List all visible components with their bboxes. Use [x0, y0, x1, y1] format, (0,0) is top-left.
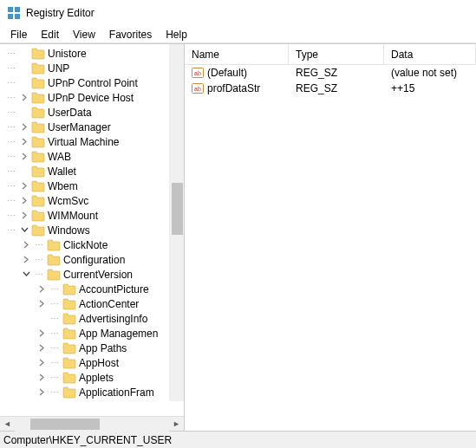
tree-node-label: UPnP Control Point — [48, 77, 138, 89]
value-data: ++15 — [384, 82, 476, 94]
tree-node[interactable]: ⋯Unistore — [0, 46, 184, 61]
tree-node[interactable]: ⋯UPnP Control Point — [0, 75, 184, 90]
chevron-right-icon[interactable] — [19, 196, 29, 206]
tree-connector: ⋯ — [5, 93, 17, 102]
tree-node-label: Applets — [79, 372, 114, 384]
tree-connector: ⋯ — [5, 181, 17, 191]
tree-node-label: UserData — [48, 107, 92, 119]
tree-node[interactable]: ⋯WAB — [0, 149, 184, 164]
menu-file[interactable]: File — [3, 27, 34, 42]
column-data[interactable]: Data — [384, 44, 476, 64]
scroll-right-arrow[interactable]: ► — [169, 417, 184, 432]
tree-node[interactable]: ⋯WIMMount — [0, 208, 184, 223]
column-name[interactable]: Name — [185, 44, 289, 64]
tree-connector: ⋯ — [5, 166, 17, 176]
list-row[interactable]: ab(Default)REG_SZ(value not set) — [185, 65, 476, 81]
tree-connector: ⋯ — [33, 240, 45, 250]
folder-icon — [31, 195, 45, 207]
tree-node[interactable]: ⋯App Paths — [0, 341, 184, 355]
svg-rect-2 — [8, 14, 13, 19]
tree-connector: ⋯ — [5, 49, 17, 58]
folder-icon — [47, 254, 61, 266]
vertical-scroll-thumb[interactable] — [172, 183, 183, 235]
tree-node[interactable]: ⋯ApplicationFram — [0, 385, 184, 399]
column-type[interactable]: Type — [289, 44, 384, 64]
tree-pane: ⋯Unistore⋯UNP⋯UPnP Control Point⋯UPnP De… — [0, 44, 185, 431]
tree-node[interactable]: ⋯UserData — [0, 105, 184, 120]
tree-connector: ⋯ — [5, 107, 17, 117]
tree-connector: ⋯ — [33, 269, 45, 279]
tree-node[interactable]: ⋯Applets — [0, 370, 184, 385]
tree-node[interactable]: ⋯UPnP Device Host — [0, 90, 184, 105]
folder-icon — [31, 166, 45, 178]
tree-node[interactable]: ⋯Windows — [0, 223, 184, 237]
menu-edit[interactable]: Edit — [34, 27, 66, 42]
tree-node[interactable]: ⋯CurrentVersion — [0, 267, 184, 282]
chevron-right-icon[interactable] — [36, 343, 47, 354]
tree-node[interactable]: ⋯WcmSvc — [0, 193, 184, 208]
tree-node[interactable]: ⋯ClickNote — [0, 237, 184, 252]
chevron-right-icon[interactable] — [36, 299, 47, 309]
list-row[interactable]: abprofDataStrREG_SZ++15 — [185, 81, 476, 96]
folder-icon — [62, 386, 76, 399]
chevron-right-icon[interactable] — [19, 122, 29, 133]
folder-icon — [62, 298, 76, 310]
chevron-right-icon[interactable] — [36, 373, 47, 383]
tree-connector: ⋯ — [49, 343, 61, 353]
chevron-right-icon[interactable] — [21, 240, 31, 250]
vertical-scrollbar[interactable] — [169, 44, 184, 401]
tree-node[interactable]: ⋯ActionCenter — [0, 296, 184, 311]
tree-node[interactable]: ⋯AppHost — [0, 355, 184, 370]
tree-connector: ⋯ — [49, 299, 61, 308]
scroll-left-arrow[interactable]: ◄ — [0, 417, 15, 432]
chevron-down-icon[interactable] — [19, 225, 29, 236]
tree-node[interactable]: ⋯AdvertisingInfo — [0, 311, 184, 326]
tree-node[interactable]: ⋯Configuration — [0, 252, 184, 267]
tree-connector: ⋯ — [33, 255, 45, 264]
tree-connector: ⋯ — [5, 196, 17, 205]
folder-icon — [62, 283, 76, 295]
chevron-right-icon[interactable] — [36, 284, 47, 295]
string-value-icon: ab — [192, 82, 204, 94]
horizontal-scroll-track[interactable] — [15, 417, 169, 432]
tree-node[interactable]: ⋯Virtual Machine — [0, 134, 184, 149]
chevron-right-icon[interactable] — [19, 93, 29, 103]
menu-favorites[interactable]: Favorites — [102, 27, 159, 42]
list-pane: Name Type Data ab(Default)REG_SZ(value n… — [185, 44, 476, 431]
folder-icon — [47, 239, 61, 251]
tree-node-label: AdvertisingInfo — [79, 313, 147, 325]
menu-view[interactable]: View — [66, 27, 102, 42]
tree-connector: ⋯ — [49, 314, 61, 323]
chevron-right-icon[interactable] — [36, 387, 47, 398]
tree-scroll[interactable]: ⋯Unistore⋯UNP⋯UPnP Control Point⋯UPnP De… — [0, 44, 184, 416]
chevron-right-icon[interactable] — [21, 255, 31, 265]
tree-node[interactable]: ⋯UNP — [0, 61, 184, 75]
menu-help[interactable]: Help — [159, 27, 194, 42]
window-title: Registry Editor — [26, 7, 95, 19]
tree-node-label: WIMMount — [48, 210, 98, 222]
svg-text:ab: ab — [194, 86, 201, 92]
tree-node[interactable]: ⋯UserManager — [0, 120, 184, 134]
chevron-right-icon[interactable] — [19, 152, 29, 162]
tree-node-label: Wbem — [48, 180, 78, 192]
tree-node-label: Windows — [48, 224, 90, 237]
tree-node-label: ApplicationFram — [79, 386, 154, 399]
chevron-right-icon[interactable] — [36, 328, 47, 339]
svg-rect-0 — [8, 7, 13, 12]
chevron-down-icon[interactable] — [21, 269, 31, 280]
tree-node[interactable]: ⋯AccountPicture — [0, 282, 184, 296]
chevron-right-icon[interactable] — [19, 181, 29, 192]
folder-icon — [31, 77, 45, 89]
tree-node[interactable]: ⋯App Managemen — [0, 326, 184, 341]
tree-connector: ⋯ — [5, 122, 17, 132]
value-name: (Default) — [207, 67, 247, 79]
chevron-right-icon[interactable] — [19, 137, 29, 147]
folder-icon — [62, 372, 76, 384]
folder-icon — [31, 210, 45, 222]
horizontal-scrollbar[interactable]: ◄ ► — [0, 416, 184, 431]
chevron-right-icon[interactable] — [19, 211, 29, 221]
tree-node[interactable]: ⋯Wallet — [0, 164, 184, 179]
chevron-right-icon[interactable] — [36, 358, 47, 368]
horizontal-scroll-thumb[interactable] — [30, 419, 100, 430]
tree-node[interactable]: ⋯Wbem — [0, 179, 184, 193]
